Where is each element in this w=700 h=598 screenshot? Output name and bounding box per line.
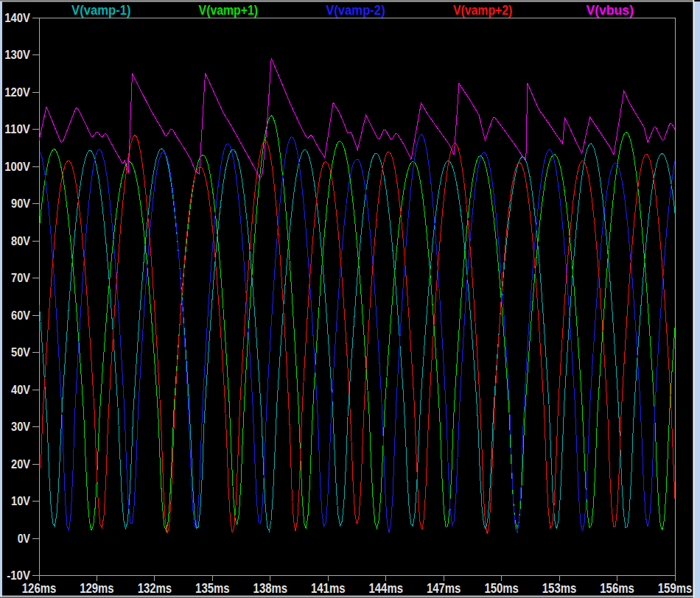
svg-text:140V: 140V: [4, 12, 30, 24]
svg-text:V(vamp-2): V(vamp-2): [326, 3, 385, 18]
svg-text:0V: 0V: [18, 532, 31, 545]
svg-text:144ms: 144ms: [369, 581, 404, 596]
svg-text:10V: 10V: [11, 495, 30, 507]
svg-text:V(vamp+1): V(vamp+1): [199, 3, 259, 18]
svg-text:159ms: 159ms: [658, 581, 693, 596]
svg-text:126ms: 126ms: [22, 581, 57, 596]
svg-text:138ms: 138ms: [253, 581, 288, 596]
svg-text:-10V: -10V: [7, 569, 30, 582]
svg-text:153ms: 153ms: [542, 581, 577, 596]
svg-text:V(vamp-1): V(vamp-1): [71, 3, 131, 18]
svg-text:V(vamp+2): V(vamp+2): [453, 3, 513, 18]
svg-text:60V: 60V: [11, 309, 30, 322]
svg-text:147ms: 147ms: [427, 581, 461, 596]
svg-text:20V: 20V: [11, 458, 30, 471]
svg-text:80V: 80V: [11, 235, 30, 247]
svg-text:70V: 70V: [11, 272, 30, 284]
svg-text:150ms: 150ms: [484, 581, 519, 596]
svg-text:132ms: 132ms: [138, 581, 172, 596]
svg-text:50V: 50V: [11, 346, 30, 359]
svg-text:100V: 100V: [4, 161, 30, 173]
svg-text:141ms: 141ms: [311, 581, 346, 596]
svg-text:110V: 110V: [4, 123, 30, 136]
svg-text:130V: 130V: [4, 49, 30, 61]
svg-text:40V: 40V: [11, 384, 30, 396]
svg-text:30V: 30V: [11, 421, 30, 433]
svg-text:129ms: 129ms: [80, 581, 114, 596]
svg-text:120V: 120V: [4, 86, 30, 99]
svg-text:135ms: 135ms: [195, 581, 230, 596]
svg-text:156ms: 156ms: [600, 581, 634, 596]
svg-text:90V: 90V: [11, 197, 30, 210]
svg-text:V(vbus): V(vbus): [587, 3, 634, 18]
